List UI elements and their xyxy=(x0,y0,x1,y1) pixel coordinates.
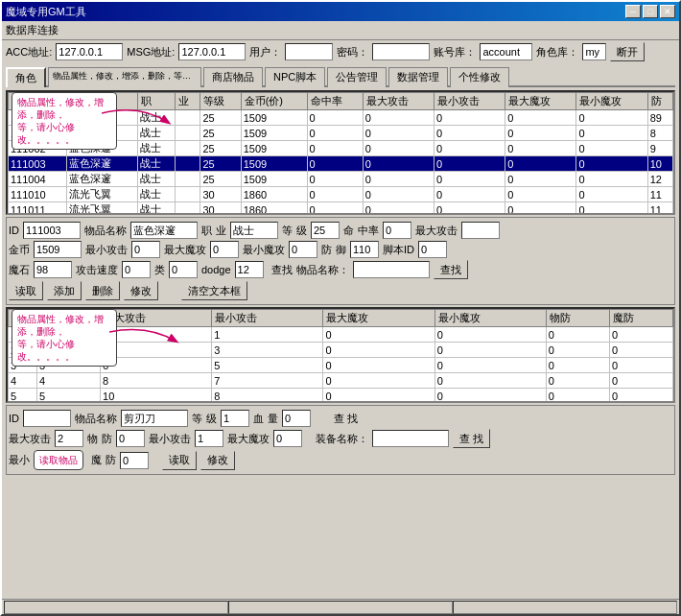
acc-input[interactable] xyxy=(56,43,123,60)
minatk-field[interactable] xyxy=(131,241,160,258)
id-field[interactable] xyxy=(23,222,81,239)
hit-field[interactable] xyxy=(383,222,411,239)
maxmatk-field[interactable] xyxy=(210,241,239,258)
close-button[interactable]: ✕ xyxy=(660,5,675,18)
bootid-field[interactable] xyxy=(418,241,447,258)
title-bar: 魔域专用GM工具 ─ □ ✕ xyxy=(2,2,679,21)
col-maxatk: 最大攻击 xyxy=(363,93,434,110)
upper-form-row1: ID 物品名称 职 业 等 级 命 中率 最大攻击 xyxy=(9,222,672,239)
upper-form: ID 物品名称 职 业 等 级 命 中率 最大攻击 金币 最小攻击 xyxy=(6,217,675,305)
lower-table-row[interactable]: 44870000 xyxy=(9,373,673,389)
dodge-label: dodge xyxy=(201,264,231,275)
maximize-button[interactable]: □ xyxy=(643,5,658,18)
lower-search-button[interactable]: 查 找 xyxy=(453,429,490,448)
job-sep: 业 xyxy=(216,224,226,238)
upper-del-button[interactable]: 删除 xyxy=(85,281,120,300)
job-field[interactable] xyxy=(230,222,278,239)
type-field[interactable] xyxy=(169,261,198,278)
minmatk-field[interactable] xyxy=(289,241,317,258)
password-input[interactable] xyxy=(372,43,430,60)
atkspeed-field[interactable] xyxy=(122,261,151,278)
level-label: 等 xyxy=(282,224,293,238)
read-item-annotation: 读取物品 xyxy=(34,450,83,470)
magic-label: 魔石 xyxy=(9,263,30,277)
status-segment3 xyxy=(453,601,677,614)
tab-shop[interactable]: 商店物品 xyxy=(203,67,263,87)
maxatk-field[interactable] xyxy=(461,222,500,239)
upper-clear-button[interactable]: 清空文本框 xyxy=(181,281,247,300)
lower-id-field[interactable] xyxy=(23,410,71,427)
lower-maxatk-field[interactable] xyxy=(55,430,83,447)
maxmatk-label: 最大魔攻 xyxy=(164,243,206,257)
gold-label: 金币 xyxy=(9,243,30,257)
upper-form-row3: 魔石 攻击速度 类 dodge 查找 物品名称： 查找 xyxy=(9,260,672,279)
status-bar xyxy=(2,599,679,614)
upper-table-row[interactable]: 111003蓝色深邃战士2515090000010 xyxy=(9,156,673,172)
lower-pdef-field[interactable] xyxy=(116,430,145,447)
title-buttons: ─ □ ✕ xyxy=(625,5,675,18)
upper-search-button[interactable]: 查找 xyxy=(434,260,468,279)
hit-label: 命 xyxy=(343,224,354,238)
role-input[interactable] xyxy=(582,43,606,60)
name-field[interactable] xyxy=(130,222,198,239)
user-input[interactable] xyxy=(285,43,333,60)
lower-name-field[interactable] xyxy=(121,410,188,427)
lower-search-input[interactable] xyxy=(372,430,449,447)
upper-table-row[interactable]: 111004蓝色深邃战士2515090000012 xyxy=(9,172,673,187)
tab-npc[interactable]: NPC脚本 xyxy=(265,67,325,87)
lower-read-button[interactable]: 读取 xyxy=(162,451,197,470)
lower-form-row3: 最小 读取物品 魔 防 读取 修改 xyxy=(9,450,672,470)
col-minatk: 最小攻击 xyxy=(434,93,505,110)
tab-personal[interactable]: 个性修改 xyxy=(450,67,509,87)
tab-items[interactable]: 物品属性，修改，增添，删除，等，请小心修改。。 xyxy=(48,67,201,87)
lower-mdef-sep: 防 xyxy=(106,453,116,467)
lower-name-label: 物品名称 xyxy=(75,412,117,426)
minimize-button[interactable]: ─ xyxy=(625,5,641,18)
lower-maxmatk-field[interactable] xyxy=(273,430,302,447)
def-field[interactable] xyxy=(350,241,379,258)
col-job2: 业 xyxy=(176,93,200,110)
dodge-field[interactable] xyxy=(235,261,264,278)
upper-add-button[interactable]: 添加 xyxy=(47,281,82,300)
upper-search-input[interactable] xyxy=(353,261,430,278)
lower-form-row2: 最大攻击 物 防 最小攻击 最大魔攻 装备名称： 查 找 xyxy=(9,429,672,448)
upper-table-row[interactable]: 111011流光飞翼战士3018600000011 xyxy=(9,202,673,216)
lower-minmatk-label: 最小 xyxy=(9,453,30,467)
account-label: 账号库： xyxy=(434,45,476,59)
lower-maxmatk-label: 最大魔攻 xyxy=(227,432,270,446)
upper-mod-button[interactable]: 修改 xyxy=(124,281,158,300)
msg-input[interactable] xyxy=(178,43,246,60)
magic-field[interactable] xyxy=(34,261,72,278)
menu-item-db[interactable]: 数据库连接 xyxy=(6,24,59,36)
menu-bar[interactable]: 数据库连接 xyxy=(2,21,679,40)
level-field[interactable] xyxy=(311,222,340,239)
acc-label: ACC地址: xyxy=(6,45,52,59)
lower-mod-button[interactable]: 修改 xyxy=(200,451,235,470)
atkspeed-label: 攻击速度 xyxy=(76,263,118,277)
lower-table-row[interactable]: 551080000 xyxy=(9,389,673,404)
tab-notice[interactable]: 公告管理 xyxy=(327,67,387,87)
upper-form-row2: 金币 最小攻击 最大魔攻 最小魔攻 防 御 脚本ID xyxy=(9,241,672,258)
lower-search-label: 装备名称： xyxy=(316,432,368,446)
hit-sep: 中率 xyxy=(358,224,379,238)
account-input[interactable] xyxy=(480,43,532,60)
job-label: 职 xyxy=(201,224,212,238)
lower-id-label: ID xyxy=(9,413,19,424)
gold-field[interactable] xyxy=(34,241,82,258)
tab-data[interactable]: 数据管理 xyxy=(388,67,448,87)
lower-minatk-label: 最小攻击 xyxy=(149,432,191,446)
tab-role[interactable]: 角色 xyxy=(6,67,46,87)
maxatk-label: 最大攻击 xyxy=(415,224,458,238)
lower-hp-field[interactable] xyxy=(282,410,311,427)
user-label: 用户： xyxy=(249,45,281,59)
connect-button[interactable]: 断开 xyxy=(610,42,645,61)
upper-read-button[interactable]: 读取 xyxy=(9,281,43,300)
def-label: 防 xyxy=(321,243,332,257)
lower-col-minmatk: 最小魔攻 xyxy=(434,310,546,327)
role-label: 角色库： xyxy=(536,45,578,59)
upper-table-row[interactable]: 111010流光飞翼战士3018600000011 xyxy=(9,187,673,202)
lower-mdef-field[interactable] xyxy=(120,452,149,469)
lower-maxatk-label: 最大攻击 xyxy=(9,432,51,446)
lower-minatk-field[interactable] xyxy=(195,430,223,447)
lower-level-field[interactable] xyxy=(221,410,249,427)
